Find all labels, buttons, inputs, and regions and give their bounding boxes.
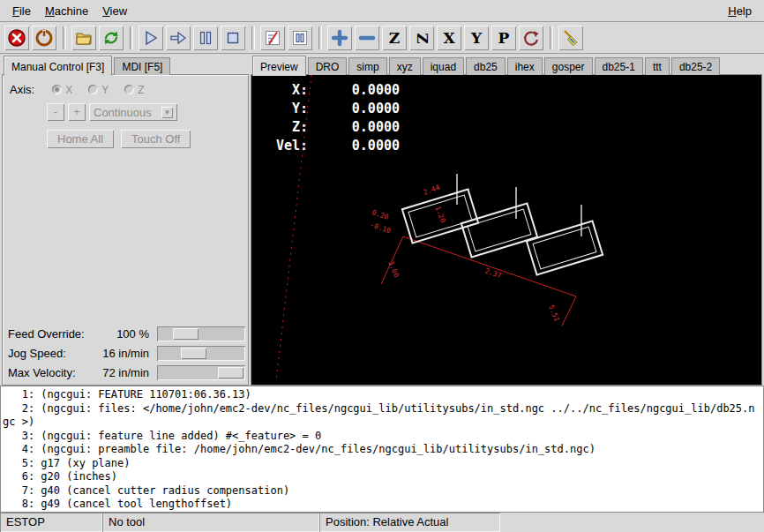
jog-speed-value: 16 in/min: [102, 347, 157, 360]
tab-gosper[interactable]: gosper: [544, 57, 593, 75]
axis-y-radio[interactable]: Y: [88, 84, 109, 96]
tab-db25-2[interactable]: db25-2: [671, 57, 720, 75]
rotate-view-button[interactable]: [519, 26, 543, 50]
tab-mdi[interactable]: MDI [F5]: [114, 57, 170, 75]
view-top-rotated-button[interactable]: Z: [409, 26, 434, 50]
gcode-line: 2: (ngcgui: files: </home/john/emc2-dev/…: [3, 402, 763, 416]
jog-speed-slider[interactable]: [157, 346, 245, 361]
readout-y-label: Y:: [262, 100, 308, 118]
zoom-out-button[interactable]: [355, 26, 379, 50]
status-estop: ESTOP: [0, 513, 102, 532]
jog-speed-label: Jog Speed:: [4, 347, 66, 360]
jog-mode-value: Continuous: [94, 106, 152, 119]
gcode-line: 5: g17 (xy plane): [3, 457, 763, 471]
toolbar-separator: [130, 26, 133, 49]
run-icon: [141, 28, 161, 48]
view-front-button[interactable]: Y: [464, 26, 489, 50]
zoom-in-button[interactable]: [327, 26, 352, 50]
axis-z-radio[interactable]: Z: [124, 84, 144, 96]
tab-xyz[interactable]: xyz: [389, 57, 421, 75]
axis-label: Axis:: [10, 83, 34, 96]
clear-plot-button[interactable]: [558, 26, 583, 50]
view-top-button[interactable]: Z: [382, 26, 407, 50]
jog-speed-row: Jog Speed: 16 in/min: [4, 344, 246, 363]
status-tool: No tool: [102, 513, 319, 532]
slider-handle[interactable]: [181, 348, 206, 359]
slider-handle[interactable]: [218, 367, 243, 378]
readout-vel-value: 0.0000: [308, 137, 400, 155]
gcode-line: 3: (ngcgui: feature line added) #<_featu…: [3, 430, 763, 444]
view-side-button[interactable]: X: [437, 26, 461, 50]
pause-icon: [196, 28, 215, 48]
tab-db25[interactable]: db25: [466, 57, 506, 75]
feed-override-label: Feed Override:: [4, 327, 85, 341]
step-button[interactable]: [166, 26, 191, 50]
jog-plus-button[interactable]: +: [68, 103, 86, 121]
tab-dro[interactable]: DRO: [308, 57, 348, 75]
gcode-listing[interactable]: 1: (ngcgui: FEATURE 110701:06.36.13) 2: …: [0, 386, 764, 513]
jog-row: - + Continuous ▼: [40, 100, 248, 124]
feed-override-value: 100 %: [116, 327, 157, 341]
rotate-view-icon: [521, 28, 541, 48]
tab-preview[interactable]: Preview: [252, 56, 306, 76]
toolbar-separator: [63, 26, 66, 49]
axis-x-label: X: [65, 84, 72, 96]
reload-button[interactable]: [99, 26, 124, 50]
tab-simp[interactable]: simp: [348, 57, 386, 75]
axis-y-label: Y: [101, 84, 109, 96]
menu-help[interactable]: Help: [721, 2, 759, 20]
radio-icon: [124, 85, 134, 94]
machine-power-button[interactable]: [32, 26, 56, 50]
radio-icon: [52, 85, 62, 94]
tab-iquad[interactable]: iquad: [423, 57, 464, 75]
estop-button[interactable]: [4, 26, 29, 50]
stop-button[interactable]: [221, 26, 245, 50]
preview-panel: Preview DRO simp xyz iquad db25 ihex gos…: [251, 56, 762, 386]
toolbar-separator: [550, 26, 553, 49]
gcode-line: 7: g40 (cancel cutter radius compensatio…: [3, 484, 763, 498]
home-all-button[interactable]: Home All: [47, 130, 114, 148]
toolbar: Z Z X Y P: [0, 23, 764, 54]
dim-annotation: 0.20: [371, 208, 389, 221]
slider-handle[interactable]: [173, 328, 198, 340]
machine-power-icon: [34, 28, 54, 48]
toolbar-separator: [251, 26, 255, 49]
tab-ihex[interactable]: ihex: [507, 57, 543, 75]
pause-button[interactable]: [193, 26, 218, 50]
view-perspective-button[interactable]: P: [491, 26, 516, 50]
position-readout: X: 0.0000 Y: 0.0000 Z: 0.0000 Vel: 0.000…: [262, 81, 400, 155]
max-velocity-slider[interactable]: [157, 365, 245, 380]
zoom-out-icon: [357, 28, 377, 48]
preview-canvas[interactable]: 2.44 1.20 0.20 -0.10 3.00 2.37 5.51 X: 0…: [251, 74, 762, 386]
tab-db25-1[interactable]: db25-1: [595, 57, 643, 75]
gcode-line: 6: g20 (inches): [3, 470, 763, 484]
dim-annotation: 2.44: [423, 184, 441, 197]
tab-manual-control[interactable]: Manual Control [F3]: [4, 56, 112, 76]
max-velocity-label: Max Velocity:: [4, 366, 76, 379]
reload-icon: [101, 28, 121, 48]
control-tabs: Manual Control [F3] MDI [F5]: [2, 56, 249, 75]
gcode-line: 4: (ngcgui: preamble file: /home/john/em…: [3, 443, 763, 457]
readout-z-value: 0.0000: [308, 118, 400, 137]
jog-mode-dropdown[interactable]: Continuous ▼: [89, 103, 177, 121]
menu-view[interactable]: View: [95, 2, 134, 20]
touch-off-button[interactable]: Touch Off: [121, 130, 191, 148]
max-velocity-row: Max Velocity: 72 in/min: [4, 363, 246, 382]
menu-machine[interactable]: Machine: [38, 2, 95, 20]
open-file-button[interactable]: [71, 26, 96, 50]
menu-file[interactable]: File: [5, 2, 38, 20]
gcode-line: 8: g49 (cancel tool lengthoffset): [3, 498, 763, 512]
feed-override-slider[interactable]: [157, 326, 245, 341]
jog-minus-button[interactable]: -: [47, 103, 64, 121]
tab-ttt[interactable]: ttt: [645, 57, 670, 75]
optional-pause-icon: [290, 28, 310, 48]
run-button[interactable]: [139, 26, 163, 50]
axis-x-radio[interactable]: X: [52, 84, 72, 96]
stop-icon: [223, 28, 243, 48]
optional-pause-toggle[interactable]: [288, 26, 312, 50]
skip-lines-toggle[interactable]: [260, 26, 285, 50]
readout-z-label: Z:: [262, 118, 308, 137]
readout-vel-label: Vel:: [262, 137, 308, 155]
status-position: Position: Relative Actual: [319, 513, 500, 532]
view-top-rotated-icon: Z: [414, 33, 429, 43]
